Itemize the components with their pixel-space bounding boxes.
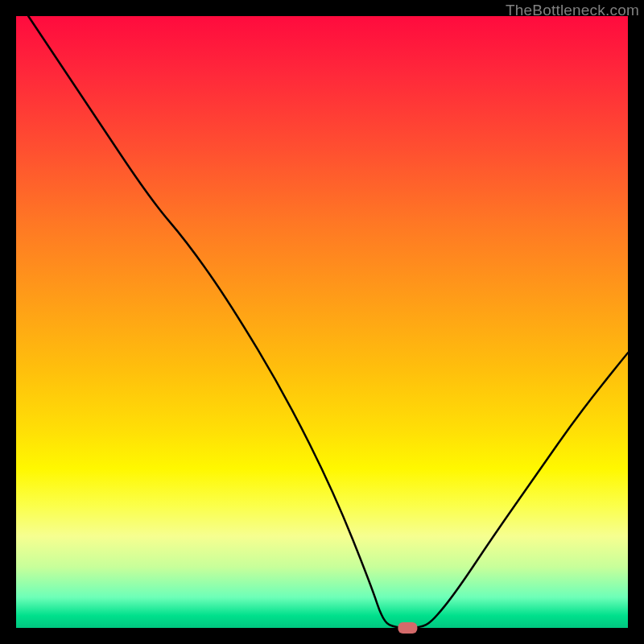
plot-svg bbox=[16, 16, 628, 628]
optimum-marker bbox=[398, 622, 417, 634]
watermark-text: TheBottleneck.com bbox=[506, 2, 639, 19]
bottleneck-curve bbox=[28, 16, 628, 628]
chart-container: TheBottleneck.com bbox=[0, 0, 644, 644]
